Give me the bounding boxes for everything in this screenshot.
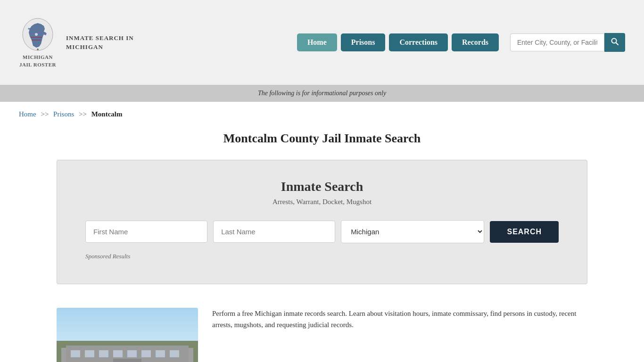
breadcrumb-sep-2: >> — [79, 110, 87, 118]
page-title-area: Montcalm County Jail Inmate Search — [0, 127, 644, 160]
bottom-description: Perform a free Michigan inmate records s… — [212, 308, 587, 330]
svg-rect-17 — [170, 350, 179, 357]
breadcrumb-home-link[interactable]: Home — [19, 110, 36, 118]
nav-prisons-button[interactable]: Prisons — [341, 33, 386, 51]
building-image — [57, 341, 198, 362]
svg-text:★: ★ — [36, 48, 39, 51]
svg-rect-18 — [113, 359, 141, 362]
site-logo: ★ MICHIGAN JAIL ROSTER — [19, 16, 57, 68]
svg-rect-12 — [99, 350, 108, 357]
inmate-search-section: Inmate Search Arrests, Warrant, Docket, … — [57, 160, 587, 284]
nav-records-button[interactable]: Records — [452, 33, 499, 51]
svg-line-6 — [616, 43, 619, 45]
nav-corrections-button[interactable]: Corrections — [389, 33, 448, 51]
svg-rect-10 — [71, 350, 80, 357]
bottom-section: Perform a free Michigan inmate records s… — [0, 298, 644, 362]
first-name-input[interactable] — [85, 221, 207, 243]
last-name-input[interactable] — [213, 221, 335, 243]
header-search-input[interactable] — [510, 33, 604, 51]
state-select[interactable]: MichiganAlabamaAlaskaArizonaArkansasCali… — [341, 220, 484, 243]
page-title: Montcalm County Jail Inmate Search — [19, 132, 625, 146]
svg-rect-11 — [85, 350, 94, 357]
svg-point-1 — [35, 33, 38, 36]
search-fields-row: MichiganAlabamaAlaskaArizonaArkansasCali… — [85, 220, 559, 243]
breadcrumb-sep-1: >> — [41, 110, 49, 118]
building-svg — [57, 341, 198, 362]
nav-area: Home Prisons Corrections Records — [297, 33, 625, 52]
header-search-area — [510, 33, 625, 52]
svg-rect-14 — [127, 350, 137, 357]
search-section-title: Inmate Search — [85, 179, 559, 194]
logo-area: ★ MICHIGAN JAIL ROSTER INMATE SEARCH IN … — [19, 16, 134, 68]
svg-rect-15 — [141, 350, 151, 357]
search-section-subtitle: Arrests, Warrant, Docket, Mugshot — [85, 198, 559, 206]
nav-home-button[interactable]: Home — [297, 33, 337, 51]
svg-rect-16 — [156, 350, 165, 357]
breadcrumb: Home >> Prisons >> Montcalm — [0, 102, 644, 127]
header-search-button[interactable] — [604, 33, 625, 52]
breadcrumb-prisons-link[interactable]: Prisons — [53, 110, 74, 118]
logo-text: MICHIGAN JAIL ROSTER — [19, 54, 56, 68]
site-header: ★ MICHIGAN JAIL ROSTER INMATE SEARCH IN … — [0, 0, 644, 85]
facility-image — [57, 308, 198, 362]
sponsored-label: Sponsored Results — [85, 253, 559, 260]
breadcrumb-current: Montcalm — [91, 110, 123, 118]
search-submit-button[interactable]: SEARCH — [490, 221, 559, 243]
svg-rect-13 — [113, 350, 123, 357]
site-title: INMATE SEARCH IN MICHIGAN — [66, 33, 134, 52]
info-bar: The following is for informational purpo… — [0, 85, 644, 102]
search-icon — [611, 38, 619, 45]
michigan-logo-icon: ★ — [21, 16, 54, 52]
